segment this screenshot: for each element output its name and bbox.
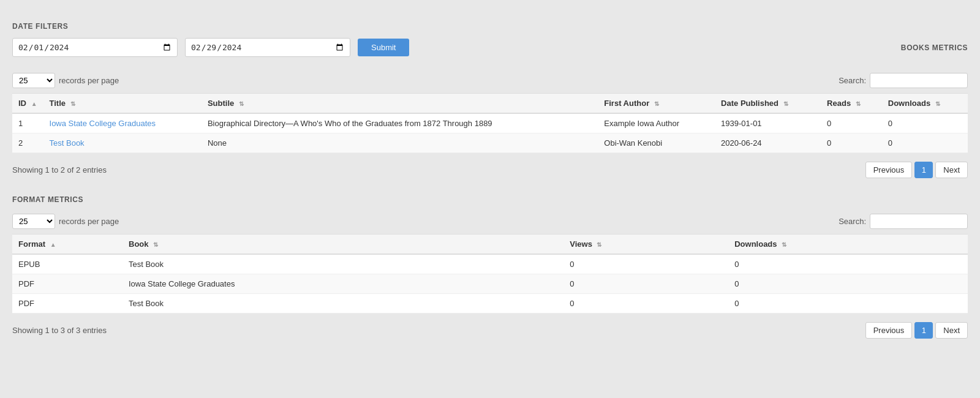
format-sort-icon: ▲ — [50, 241, 56, 248]
views-sort-icon: ⇅ — [597, 241, 601, 248]
first-author-sort-icon: ⇅ — [654, 100, 659, 107]
format-col-views[interactable]: Views ⇅ — [564, 235, 728, 255]
books-row-reads: 0 — [821, 113, 882, 133]
books-records-label: records per page — [59, 76, 119, 85]
books-metrics-header-label: BOOKS METRICS — [901, 43, 968, 52]
books-table-footer: Showing 1 to 2 of 2 entries Previous 1 N… — [12, 159, 968, 181]
books-next-button[interactable]: Next — [935, 162, 968, 178]
format-page-num[interactable]: 1 — [914, 322, 933, 339]
books-col-id[interactable]: ID ▲ — [12, 94, 43, 114]
date-filters-section: DATE FILTERS Submit BOOKS METRICS — [12, 12, 968, 73]
books-row-id: 2 — [12, 133, 43, 153]
format-metrics-label: FORMAT METRICS — [12, 195, 968, 204]
format-search-row: Search: — [839, 214, 968, 229]
end-date-input[interactable] — [185, 38, 350, 57]
format-records-label: records per page — [59, 217, 119, 226]
books-row-subtitle: Biographical Directory—A Who's Who of th… — [202, 113, 598, 133]
format-prev-button[interactable]: Previous — [865, 322, 913, 339]
start-date-input[interactable] — [12, 38, 178, 57]
books-metrics-section: 25 50 100 records per page Search: ID ▲ … — [12, 73, 968, 181]
format-row-downloads: 0 — [728, 274, 968, 294]
format-showing-text: Showing 1 to 3 of 3 entries — [12, 326, 107, 335]
date-published-sort-icon: ⇅ — [783, 100, 788, 107]
books-search-label: Search: — [839, 76, 866, 85]
title-sort-icon: ⇅ — [70, 100, 75, 107]
format-search-input[interactable] — [870, 214, 968, 229]
reads-sort-icon: ⇅ — [856, 100, 861, 107]
format-metrics-content: 25 50 100 records per page Search: Forma… — [12, 214, 968, 341]
format-row-book: Iowa State College Graduates — [123, 274, 564, 294]
books-row-first-author: Example Iowa Author — [598, 113, 715, 133]
format-left-controls: 25 50 100 records per page — [12, 214, 119, 229]
book-sort-icon: ⇅ — [153, 241, 158, 248]
format-table-row: PDF Test Book 0 0 — [12, 294, 968, 314]
format-pagination: Previous 1 Next — [865, 322, 968, 339]
books-row-date-published: 1939-01-01 — [715, 113, 821, 133]
books-table-row: 1 Iowa State College Graduates Biographi… — [12, 113, 968, 133]
id-sort-icon: ▲ — [31, 100, 37, 107]
books-row-subtitle: None — [202, 133, 598, 153]
books-pagination: Previous 1 Next — [865, 162, 968, 178]
date-filters-label: DATE FILTERS — [12, 22, 968, 31]
books-row-first-author: Obi-Wan Kenobi — [598, 133, 715, 153]
books-search-input[interactable] — [870, 73, 968, 88]
date-row: Submit BOOKS METRICS — [12, 38, 968, 57]
format-row-downloads: 0 — [728, 254, 968, 274]
fmt-downloads-sort-icon: ⇅ — [782, 241, 786, 248]
books-left-controls: 25 50 100 records per page — [12, 73, 119, 88]
format-row-views: 0 — [564, 254, 728, 274]
books-col-date-published[interactable]: Date Published ⇅ — [715, 94, 821, 114]
books-per-page-select[interactable]: 25 50 100 — [12, 73, 55, 88]
format-col-book[interactable]: Book ⇅ — [123, 235, 564, 255]
books-table-controls: 25 50 100 records per page Search: — [12, 73, 968, 88]
books-col-downloads[interactable]: Downloads ⇅ — [882, 94, 968, 114]
format-table-footer: Showing 1 to 3 of 3 entries Previous 1 N… — [12, 320, 968, 341]
books-col-title[interactable]: Title ⇅ — [43, 94, 202, 114]
format-metrics-section: FORMAT METRICS — [12, 195, 968, 204]
books-prev-button[interactable]: Previous — [865, 162, 913, 178]
books-showing-text: Showing 1 to 2 of 2 entries — [12, 165, 107, 175]
books-search-row: Search: — [839, 73, 968, 88]
downloads-sort-icon: ⇅ — [935, 100, 940, 107]
subtitle-sort-icon: ⇅ — [239, 100, 244, 107]
books-col-subtitle[interactable]: Subtile ⇅ — [202, 94, 598, 114]
format-next-button[interactable]: Next — [935, 322, 968, 339]
books-title-link[interactable]: Iowa State College Graduates — [50, 119, 156, 128]
books-table-row: 2 Test Book None Obi-Wan Kenobi 2020-06-… — [12, 133, 968, 153]
books-row-downloads: 0 — [882, 113, 968, 133]
format-table-row: EPUB Test Book 0 0 — [12, 254, 968, 274]
format-row-format: PDF — [12, 274, 123, 294]
format-search-label: Search: — [839, 217, 866, 226]
books-page-num[interactable]: 1 — [914, 162, 933, 178]
format-row-book: Test Book — [123, 254, 564, 274]
books-metrics-table: ID ▲ Title ⇅ Subtile ⇅ First Author ⇅ Da… — [12, 93, 968, 153]
format-table-controls: 25 50 100 records per page Search: — [12, 214, 968, 229]
books-col-first-author[interactable]: First Author ⇅ — [598, 94, 715, 114]
submit-button[interactable]: Submit — [358, 39, 409, 56]
format-row-format: EPUB — [12, 254, 123, 274]
books-row-title: Test Book — [43, 133, 202, 153]
format-metrics-table: Format ▲ Book ⇅ Views ⇅ Downloads ⇅ EPUB… — [12, 234, 968, 314]
books-row-id: 1 — [12, 113, 43, 133]
format-table-row: PDF Iowa State College Graduates 0 0 — [12, 274, 968, 294]
format-row-format: PDF — [12, 294, 123, 314]
books-row-date-published: 2020-06-24 — [715, 133, 821, 153]
format-col-downloads[interactable]: Downloads ⇅ — [728, 235, 968, 255]
books-col-reads[interactable]: Reads ⇅ — [821, 94, 882, 114]
books-title-link[interactable]: Test Book — [50, 138, 85, 148]
format-col-format[interactable]: Format ▲ — [12, 235, 123, 255]
format-row-views: 0 — [564, 274, 728, 294]
format-row-views: 0 — [564, 294, 728, 314]
format-row-book: Test Book — [123, 294, 564, 314]
books-row-reads: 0 — [821, 133, 882, 153]
format-per-page-select[interactable]: 25 50 100 — [12, 214, 55, 229]
books-row-title: Iowa State College Graduates — [43, 113, 202, 133]
format-row-downloads: 0 — [728, 294, 968, 314]
books-row-downloads: 0 — [882, 133, 968, 153]
